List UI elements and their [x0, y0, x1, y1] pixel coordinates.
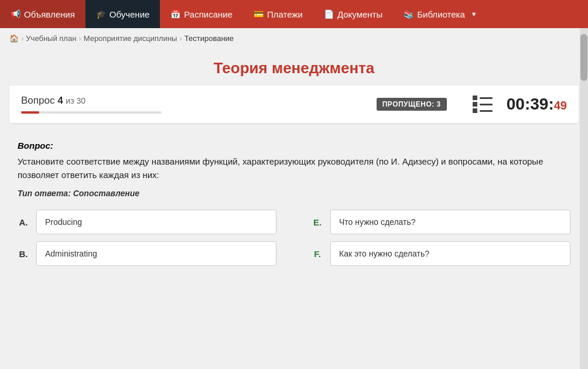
list-icon-row-1 — [473, 95, 493, 100]
breadcrumb: 🏠 › Учебный план › Мероприятие дисциплин… — [0, 28, 588, 49]
question-num: 4 — [57, 95, 63, 106]
breadcrumb-sep-1: › — [78, 34, 81, 43]
nav-payments[interactable]: 💳 Платежи — [243, 0, 313, 28]
match-left-column: A. Producing B. Administrating — [18, 210, 276, 266]
list-line-1 — [480, 97, 493, 99]
list-dot-2 — [473, 102, 477, 107]
announcements-icon: 📢 — [11, 9, 20, 19]
list-line-2 — [480, 104, 493, 105]
top-navigation: 📢 Объявления 🎓 Обучение 📅 Расписание 💳 П… — [0, 0, 588, 28]
list-dot-1 — [473, 95, 477, 100]
answer-type-value: Сопоставление — [73, 189, 139, 198]
nav-training[interactable]: 🎓 Обучение — [86, 0, 160, 28]
match-box-f: Как это нужно сделать? — [330, 241, 570, 266]
skipped-badge: ПРОПУЩЕНО: 3 — [377, 98, 447, 111]
nav-documents[interactable]: 📄 Документы — [313, 0, 393, 28]
timer-main: 00:39 — [507, 95, 549, 113]
question-number: Вопрос 4 из 30 — [21, 95, 365, 107]
timer: 00:39:49 — [507, 95, 567, 114]
question-total-sep: из 30 — [66, 96, 86, 105]
nav-announcements-label: Объявления — [24, 9, 75, 19]
nav-schedule[interactable]: 📅 Расписание — [160, 0, 243, 28]
match-box-e: Что нужно сделать? — [330, 210, 570, 234]
library-icon: 📚 — [404, 9, 413, 19]
match-letter-a: A. — [18, 217, 29, 227]
breadcrumb-sep-0: › — [21, 34, 23, 43]
list-line-3 — [480, 110, 493, 112]
library-dropdown-icon: ▼ — [471, 11, 477, 18]
nav-library[interactable]: 📚 Библиотека ▼ — [393, 0, 487, 28]
match-box-a: Producing — [36, 210, 276, 234]
content-area: Вопрос: Установите соответствие между на… — [0, 135, 588, 278]
match-letter-b: B. — [18, 249, 29, 259]
nav-documents-label: Документы — [337, 9, 382, 19]
nav-schedule-label: Расписание — [184, 9, 233, 19]
match-right-column: E. Что нужно сделать? F. Как это нужно с… — [312, 210, 570, 266]
list-dot-3 — [473, 108, 477, 113]
breadcrumb-current: Тестирование — [184, 34, 234, 43]
nav-library-label: Библиотека — [417, 9, 465, 19]
match-area: A. Producing B. Administrating E. Что ну… — [18, 210, 570, 266]
question-label: Вопрос — [21, 95, 54, 106]
breadcrumb-home-icon[interactable]: 🏠 — [9, 34, 19, 43]
question-list-toggle[interactable] — [473, 95, 493, 113]
question-progress-fill — [21, 111, 39, 114]
page-title: Теория менеджмента — [0, 59, 588, 77]
question-card: Вопрос 4 из 30 ПРОПУЩЕНО: 3 00:39:49 — [9, 86, 579, 123]
question-progress-bar — [21, 111, 162, 114]
question-text: Установите соответствие между названиями… — [18, 155, 570, 182]
match-row-b: B. Administrating — [18, 241, 276, 266]
match-box-b: Administrating — [36, 241, 276, 266]
breadcrumb-item-2[interactable]: Мероприятие дисциплины — [84, 34, 177, 43]
training-icon: 🎓 — [96, 9, 106, 19]
nav-payments-label: Платежи — [267, 9, 303, 19]
documents-icon: 📄 — [324, 9, 334, 19]
timer-seconds: 49 — [554, 99, 567, 112]
match-letter-f: F. — [312, 249, 323, 259]
breadcrumb-sep-2: › — [179, 34, 182, 43]
scrollbar[interactable] — [580, 28, 588, 369]
match-letter-e: E. — [312, 217, 323, 227]
scrollbar-thumb[interactable] — [580, 34, 587, 81]
page-title-area: Теория менеджмента — [0, 49, 588, 86]
schedule-icon: 📅 — [170, 9, 180, 19]
nav-training-label: Обучение — [110, 9, 150, 19]
question-section-label: Вопрос: — [18, 141, 570, 151]
answer-type: Тип ответа: Сопоставление — [18, 189, 570, 198]
match-row-f: F. Как это нужно сделать? — [312, 241, 570, 266]
list-icon-row-3 — [473, 108, 493, 113]
match-row-a: A. Producing — [18, 210, 276, 234]
match-row-e: E. Что нужно сделать? — [312, 210, 570, 234]
payments-icon: 💳 — [254, 9, 264, 19]
breadcrumb-item-1[interactable]: Учебный план — [26, 34, 76, 43]
answer-type-label: Тип ответа: — [18, 189, 71, 198]
question-number-area: Вопрос 4 из 30 — [21, 95, 365, 114]
nav-announcements[interactable]: 📢 Объявления — [0, 0, 86, 28]
list-icon-row-2 — [473, 102, 493, 107]
